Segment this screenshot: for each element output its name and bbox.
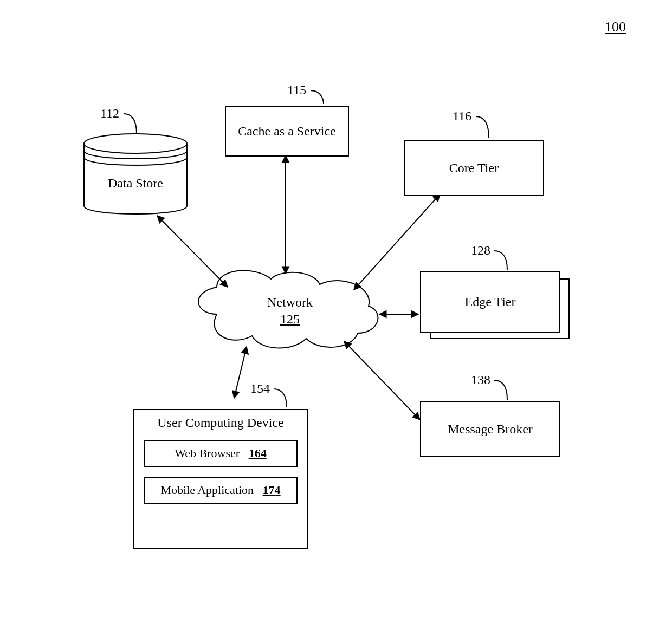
ref-115: 115: [274, 83, 306, 98]
flag-115: [311, 90, 324, 104]
web-browser-label: Web Browser: [175, 446, 240, 460]
flag-138: [494, 380, 507, 400]
flag-116: [476, 116, 489, 138]
network-label-group: Network 125: [257, 294, 322, 328]
web-browser-box: Web Browser 164: [144, 440, 298, 467]
ref-125: 125: [257, 311, 322, 328]
ref-154: 154: [237, 381, 270, 396]
svg-point-0: [84, 134, 187, 153]
data-store-label: Data Store: [84, 176, 187, 191]
arrow-datastore-network: [157, 216, 228, 287]
mobile-app-label: Mobile Application: [160, 483, 254, 497]
ucd-title: User Computing Device: [134, 410, 307, 430]
flag-128: [494, 251, 507, 270]
flag-112: [124, 114, 137, 134]
ref-138: 138: [458, 373, 490, 387]
core-tier-label: Core Tier: [449, 161, 499, 176]
data-store-shape: [84, 134, 187, 214]
ref-128: 128: [458, 243, 490, 258]
edge-tier-box: Edge Tier: [420, 271, 560, 333]
network-label: Network: [257, 294, 322, 311]
core-tier-box: Core Tier: [404, 140, 544, 196]
mobile-app-box: Mobile Application 174: [144, 477, 298, 504]
svg-layer: [0, 0, 672, 630]
ref-174: 174: [263, 483, 281, 497]
edge-tier-label: Edge Tier: [464, 295, 515, 309]
cache-label: Cache as a Service: [238, 124, 336, 139]
cache-box: Cache as a Service: [225, 106, 349, 157]
user-computing-device-box: User Computing Device Web Browser 164 Mo…: [133, 409, 308, 549]
message-broker-box: Message Broker: [420, 401, 560, 457]
diagram-canvas: 100: [0, 0, 672, 630]
flag-154: [274, 389, 287, 407]
message-broker-label: Message Broker: [448, 422, 533, 437]
ref-116: 116: [439, 109, 471, 124]
ref-112: 112: [87, 106, 119, 121]
ref-164: 164: [249, 446, 267, 460]
arrow-msgbroker-network: [344, 341, 420, 420]
